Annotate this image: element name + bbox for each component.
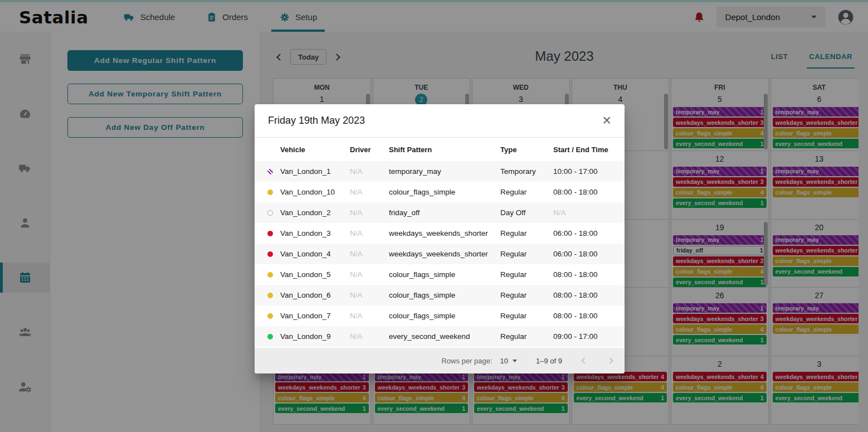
modal-footer: Rows per page: 10 1–9 of 9 — [255, 348, 625, 373]
shift-pattern-cell: colour_flags_simple — [389, 312, 500, 320]
yellow-dot-icon — [267, 293, 273, 298]
chevron-down-icon — [513, 360, 517, 362]
pagination-range: 1–9 of 9 — [536, 357, 562, 365]
time-cell: 08:00 - 18:00 — [553, 188, 625, 196]
modal-header: Friday 19th May 2023 × — [255, 104, 625, 138]
time-cell: 08:00 - 18:00 — [553, 312, 625, 320]
driver-cell: N/A — [350, 208, 389, 217]
red-dot-icon — [267, 251, 273, 257]
dot-cell — [255, 167, 280, 176]
dot-cell — [255, 270, 280, 279]
shift-pattern-cell: friday_off — [389, 208, 500, 217]
rows-per-page-label: Rows per page: — [441, 357, 492, 365]
rows-per-page-value: 10 — [500, 357, 508, 365]
dot-cell — [255, 312, 280, 320]
driver-cell: N/A — [350, 270, 389, 279]
dot-cell — [255, 250, 280, 258]
purple-striped-dot-icon — [267, 169, 273, 174]
type-cell: Regular — [500, 250, 553, 258]
vehicle-cell: Van_London_10 — [280, 188, 350, 196]
shift-table-row: Van_London_9N/Aevery_second_weekendRegul… — [255, 326, 625, 347]
close-icon[interactable]: × — [602, 113, 611, 128]
rows-per-page-select[interactable]: 10 — [500, 357, 517, 365]
column-header-vehicle: Vehicle — [280, 145, 350, 154]
driver-cell: N/A — [350, 167, 389, 176]
shift-table-row: Van_London_5N/Acolour_flags_simpleRegula… — [255, 264, 625, 285]
time-cell: 10:00 - 17:00 — [553, 167, 625, 176]
shift-table-row: Van_London_10N/Acolour_flags_simpleRegul… — [255, 182, 625, 202]
driver-cell: N/A — [350, 291, 389, 299]
time-cell: 06:00 - 18:00 — [553, 229, 625, 237]
dot-cell — [255, 332, 280, 341]
time-cell: 06:00 - 18:00 — [553, 250, 625, 258]
type-cell: Regular — [500, 229, 553, 237]
shift-pattern-cell: every_second_weekend — [389, 332, 500, 341]
shift-pattern-cell: weekdays_weekends_shorter — [389, 229, 500, 237]
type-cell: Temporary — [500, 167, 553, 176]
column-header-shift-pattern: Shift Pattern — [389, 145, 500, 154]
yellow-dot-icon — [267, 190, 273, 195]
vehicle-cell: Van_London_3 — [280, 229, 350, 237]
dot-cell — [255, 291, 280, 299]
time-cell: 08:00 - 18:00 — [553, 270, 625, 279]
driver-cell: N/A — [350, 188, 389, 196]
shift-table-row: Van_London_2N/Afriday_offDay OffN/A — [255, 202, 625, 223]
shift-pattern-cell: colour_flags_simple — [389, 188, 500, 196]
shift-table-body: Van_London_1N/Atemporary_mayTemporary10:… — [255, 161, 625, 347]
next-page-icon[interactable] — [607, 357, 613, 363]
vehicle-cell: Van_London_4 — [280, 250, 350, 258]
shift-table-row: Van_London_4N/Aweekdays_weekends_shorter… — [255, 244, 625, 264]
time-cell: 09:00 - 17:00 — [553, 332, 625, 341]
green-dot-icon — [267, 334, 273, 339]
column-header-type: Type — [500, 145, 553, 154]
vehicle-cell: Van_London_5 — [280, 270, 350, 279]
driver-cell: N/A — [350, 312, 389, 320]
type-cell: Regular — [500, 270, 553, 279]
shift-table-row: Van_London_6N/Acolour_flags_simpleRegula… — [255, 285, 625, 305]
vehicle-cell: Van_London_9 — [280, 332, 350, 341]
modal-title: Friday 19th May 2023 — [268, 115, 365, 127]
yellow-dot-icon — [267, 272, 273, 278]
shift-pattern-cell: colour_flags_simple — [389, 270, 500, 279]
yellow-dot-icon — [267, 313, 273, 319]
shift-table-header: Vehicle Driver Shift Pattern Type Start … — [255, 138, 625, 161]
driver-cell: N/A — [350, 250, 389, 258]
time-cell: 08:00 - 18:00 — [553, 291, 625, 299]
vehicle-cell: Van_London_2 — [280, 208, 350, 217]
dot-cell — [255, 229, 280, 237]
day-detail-modal: Friday 19th May 2023 × Vehicle Driver Sh… — [255, 104, 625, 373]
vehicle-cell: Van_London_7 — [280, 312, 350, 320]
vehicle-cell: Van_London_6 — [280, 291, 350, 299]
column-header-driver: Driver — [350, 145, 389, 154]
type-cell: Regular — [500, 332, 553, 341]
dot-cell — [255, 208, 280, 217]
time-cell: N/A — [553, 208, 625, 217]
driver-cell: N/A — [350, 229, 389, 237]
type-cell: Regular — [500, 312, 553, 320]
type-cell: Regular — [500, 291, 553, 299]
vehicle-cell: Van_London_1 — [280, 167, 350, 176]
shift-table-row: Van_London_3N/Aweekdays_weekends_shorter… — [255, 223, 625, 244]
driver-cell: N/A — [350, 332, 389, 341]
red-dot-icon — [267, 231, 273, 236]
type-cell: Regular — [500, 188, 553, 196]
shift-table-row: Van_London_7N/Acolour_flags_simpleRegula… — [255, 305, 625, 326]
column-header-time: Start / End Time — [553, 145, 625, 154]
shift-pattern-cell: temporary_may — [389, 167, 500, 176]
dot-cell — [255, 188, 280, 196]
page: Satalia Schedule Orders Setup — [0, 0, 868, 432]
shift-pattern-cell: weekdays_weekends_shorter — [389, 250, 500, 258]
shift-table-row: Van_London_1N/Atemporary_mayTemporary10:… — [255, 161, 625, 182]
type-cell: Day Off — [500, 208, 553, 217]
shift-pattern-cell: colour_flags_simple — [389, 291, 500, 299]
white-dot-icon — [267, 210, 273, 216]
previous-page-icon[interactable] — [581, 357, 587, 363]
